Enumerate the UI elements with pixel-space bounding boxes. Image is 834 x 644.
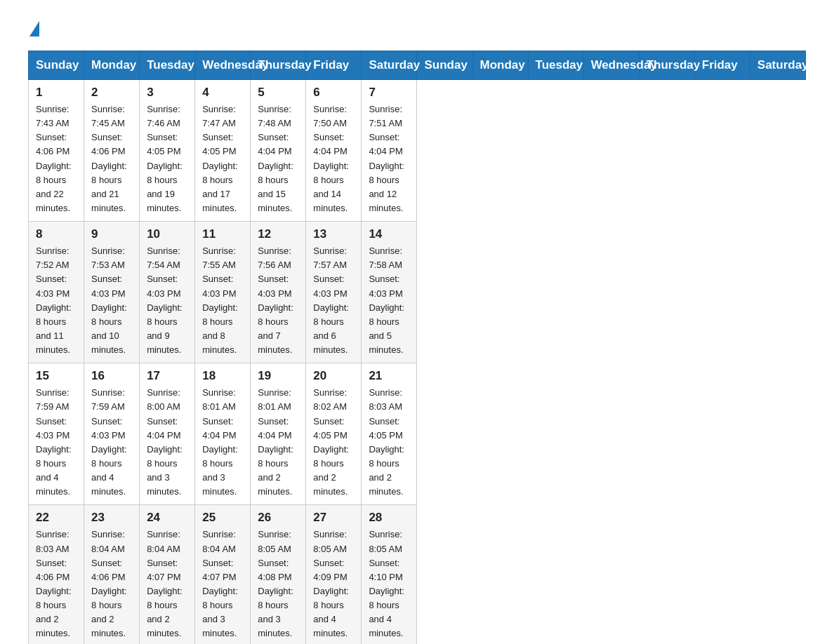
day-info: Sunrise: 8:05 AMSunset: 4:10 PMDaylight:…: [369, 529, 404, 638]
day-info: Sunrise: 7:58 AMSunset: 4:03 PMDaylight:…: [369, 246, 404, 355]
day-number: 28: [369, 511, 409, 525]
calendar-cell: 10 Sunrise: 7:54 AMSunset: 4:03 PMDaylig…: [140, 222, 195, 363]
calendar-cell: 20 Sunrise: 8:02 AMSunset: 4:05 PMDaylig…: [306, 363, 362, 505]
header-friday: Friday: [306, 51, 362, 80]
header-sunday: Sunday: [417, 51, 472, 80]
calendar-cell: 5 Sunrise: 7:48 AMSunset: 4:04 PMDayligh…: [251, 80, 306, 222]
calendar-week-4: 22 Sunrise: 8:03 AMSunset: 4:06 PMDaylig…: [29, 505, 806, 644]
day-info: Sunrise: 8:00 AMSunset: 4:04 PMDaylight:…: [147, 387, 183, 497]
day-number: 9: [91, 227, 132, 241]
calendar-week-3: 15 Sunrise: 7:59 AMSunset: 4:03 PMDaylig…: [29, 363, 806, 505]
calendar-header-row: SundayMondayTuesdayWednesdayThursdayFrid…: [29, 51, 806, 80]
day-info: Sunrise: 8:01 AMSunset: 4:04 PMDaylight:…: [202, 387, 238, 497]
calendar-cell: 4 Sunrise: 7:47 AMSunset: 4:05 PMDayligh…: [195, 80, 251, 222]
day-number: 13: [313, 227, 354, 241]
calendar-cell: 21 Sunrise: 8:03 AMSunset: 4:05 PMDaylig…: [362, 363, 417, 505]
day-info: Sunrise: 7:55 AMSunset: 4:03 PMDaylight:…: [202, 246, 238, 355]
header-friday: Friday: [694, 51, 750, 80]
day-number: 20: [313, 369, 354, 383]
day-info: Sunrise: 7:46 AMSunset: 4:05 PMDaylight:…: [147, 104, 183, 213]
calendar-cell: 18 Sunrise: 8:01 AMSunset: 4:04 PMDaylig…: [195, 363, 251, 505]
day-info: Sunrise: 7:59 AMSunset: 4:03 PMDaylight:…: [91, 387, 127, 497]
logo-triangle-icon: [29, 21, 39, 36]
day-info: Sunrise: 7:48 AMSunset: 4:04 PMDaylight:…: [258, 104, 293, 213]
day-number: 3: [147, 86, 187, 100]
calendar-cell: 11 Sunrise: 7:55 AMSunset: 4:03 PMDaylig…: [195, 222, 251, 363]
calendar-cell: 22 Sunrise: 8:03 AMSunset: 4:06 PMDaylig…: [29, 505, 84, 644]
header-wednesday: Wednesday: [583, 51, 639, 80]
day-info: Sunrise: 8:04 AMSunset: 4:06 PMDaylight:…: [91, 529, 127, 638]
day-number: 1: [36, 86, 77, 100]
day-info: Sunrise: 7:43 AMSunset: 4:06 PMDaylight:…: [36, 104, 72, 213]
day-info: Sunrise: 7:53 AMSunset: 4:03 PMDaylight:…: [91, 246, 127, 355]
header-monday: Monday: [84, 51, 140, 80]
day-number: 24: [147, 511, 187, 525]
calendar-cell: 14 Sunrise: 7:58 AMSunset: 4:03 PMDaylig…: [362, 222, 417, 363]
calendar-week-2: 8 Sunrise: 7:52 AMSunset: 4:03 PMDayligh…: [29, 222, 806, 363]
day-info: Sunrise: 8:05 AMSunset: 4:08 PMDaylight:…: [258, 529, 293, 638]
page-header: [28, 21, 806, 36]
day-number: 6: [313, 86, 354, 100]
day-number: 26: [258, 511, 298, 525]
day-number: 11: [202, 227, 243, 241]
calendar-cell: 2 Sunrise: 7:45 AMSunset: 4:06 PMDayligh…: [84, 80, 140, 222]
header-monday: Monday: [472, 51, 528, 80]
day-number: 5: [258, 86, 298, 100]
calendar-table: SundayMondayTuesdayWednesdayThursdayFrid…: [28, 51, 806, 644]
calendar-cell: 7 Sunrise: 7:51 AMSunset: 4:04 PMDayligh…: [362, 80, 417, 222]
day-number: 25: [202, 511, 243, 525]
day-info: Sunrise: 7:56 AMSunset: 4:03 PMDaylight:…: [258, 246, 293, 355]
day-number: 21: [369, 369, 409, 383]
day-info: Sunrise: 7:45 AMSunset: 4:06 PMDaylight:…: [91, 104, 127, 213]
header-sunday: Sunday: [29, 51, 84, 80]
day-info: Sunrise: 7:47 AMSunset: 4:05 PMDaylight:…: [202, 104, 238, 213]
day-info: Sunrise: 7:54 AMSunset: 4:03 PMDaylight:…: [147, 246, 183, 355]
header-saturday: Saturday: [750, 51, 805, 80]
day-info: Sunrise: 8:04 AMSunset: 4:07 PMDaylight:…: [202, 529, 238, 638]
day-number: 14: [369, 227, 409, 241]
day-info: Sunrise: 7:59 AMSunset: 4:03 PMDaylight:…: [36, 387, 72, 497]
day-number: 2: [91, 86, 132, 100]
header-thursday: Thursday: [251, 51, 306, 80]
day-number: 23: [91, 511, 132, 525]
header-saturday: Saturday: [362, 51, 417, 80]
day-info: Sunrise: 8:01 AMSunset: 4:04 PMDaylight:…: [258, 387, 293, 497]
logo: [28, 21, 41, 36]
calendar-cell: 12 Sunrise: 7:56 AMSunset: 4:03 PMDaylig…: [251, 222, 306, 363]
calendar-cell: 24 Sunrise: 8:04 AMSunset: 4:07 PMDaylig…: [140, 505, 195, 644]
day-number: 19: [258, 369, 298, 383]
day-number: 7: [369, 86, 409, 100]
calendar-cell: 1 Sunrise: 7:43 AMSunset: 4:06 PMDayligh…: [29, 80, 84, 222]
day-number: 8: [36, 227, 77, 241]
day-number: 27: [313, 511, 354, 525]
day-info: Sunrise: 8:04 AMSunset: 4:07 PMDaylight:…: [147, 529, 183, 638]
calendar-cell: 15 Sunrise: 7:59 AMSunset: 4:03 PMDaylig…: [29, 363, 84, 505]
header-tuesday: Tuesday: [528, 51, 583, 80]
day-number: 4: [202, 86, 243, 100]
day-info: Sunrise: 8:02 AMSunset: 4:05 PMDaylight:…: [313, 387, 349, 497]
day-info: Sunrise: 7:57 AMSunset: 4:03 PMDaylight:…: [313, 246, 349, 355]
calendar-cell: 26 Sunrise: 8:05 AMSunset: 4:08 PMDaylig…: [251, 505, 306, 644]
day-number: 10: [147, 227, 187, 241]
calendar-cell: 17 Sunrise: 8:00 AMSunset: 4:04 PMDaylig…: [140, 363, 195, 505]
day-info: Sunrise: 7:50 AMSunset: 4:04 PMDaylight:…: [313, 104, 349, 213]
day-number: 22: [36, 511, 77, 525]
day-info: Sunrise: 8:03 AMSunset: 4:05 PMDaylight:…: [369, 387, 404, 497]
day-info: Sunrise: 7:52 AMSunset: 4:03 PMDaylight:…: [36, 246, 72, 355]
calendar-week-1: 1 Sunrise: 7:43 AMSunset: 4:06 PMDayligh…: [29, 80, 806, 222]
header-thursday: Thursday: [639, 51, 694, 80]
calendar-cell: 19 Sunrise: 8:01 AMSunset: 4:04 PMDaylig…: [251, 363, 306, 505]
calendar-cell: 6 Sunrise: 7:50 AMSunset: 4:04 PMDayligh…: [306, 80, 362, 222]
calendar-cell: 16 Sunrise: 7:59 AMSunset: 4:03 PMDaylig…: [84, 363, 140, 505]
calendar-cell: 13 Sunrise: 7:57 AMSunset: 4:03 PMDaylig…: [306, 222, 362, 363]
day-number: 16: [91, 369, 132, 383]
calendar-cell: 9 Sunrise: 7:53 AMSunset: 4:03 PMDayligh…: [84, 222, 140, 363]
header-tuesday: Tuesday: [140, 51, 195, 80]
day-info: Sunrise: 8:05 AMSunset: 4:09 PMDaylight:…: [313, 529, 349, 638]
calendar-cell: 3 Sunrise: 7:46 AMSunset: 4:05 PMDayligh…: [140, 80, 195, 222]
calendar-cell: 23 Sunrise: 8:04 AMSunset: 4:06 PMDaylig…: [84, 505, 140, 644]
header-wednesday: Wednesday: [195, 51, 251, 80]
day-number: 15: [36, 369, 77, 383]
calendar-cell: 8 Sunrise: 7:52 AMSunset: 4:03 PMDayligh…: [29, 222, 84, 363]
calendar-cell: 25 Sunrise: 8:04 AMSunset: 4:07 PMDaylig…: [195, 505, 251, 644]
